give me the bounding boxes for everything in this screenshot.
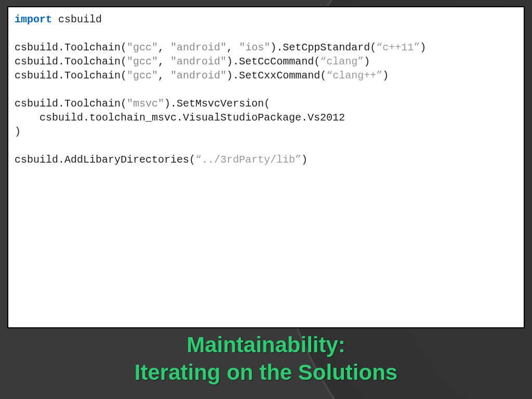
string-literal: “clang”	[320, 56, 364, 68]
code-text: csbuild	[52, 14, 102, 25]
string-literal: "ios"	[239, 42, 270, 54]
code-text: ).SetCxxCommand(	[227, 70, 326, 82]
title-line-1: Maintainability:	[0, 331, 532, 359]
code-text: ).SetCcCommand(	[227, 56, 320, 68]
code-text: csbuild.Toolchain(	[15, 98, 127, 110]
code-text: ,	[227, 42, 239, 54]
code-text: csbuild.Toolchain(	[15, 56, 127, 68]
code-panel: import csbuild csbuild.Toolchain("gcc", …	[7, 6, 525, 328]
code-text: )	[420, 42, 426, 54]
code-content: import csbuild csbuild.Toolchain("gcc", …	[15, 12, 517, 167]
string-literal: "gcc"	[127, 42, 158, 54]
code-text: ,	[158, 70, 170, 82]
code-text: )	[382, 70, 389, 82]
string-literal: "android"	[170, 70, 227, 82]
string-literal: “clang++”	[326, 70, 382, 82]
code-text: csbuild.AddLibaryDirectories(	[15, 154, 195, 166]
string-literal: "gcc"	[127, 70, 158, 82]
code-text: csbuild.Toolchain(	[15, 42, 127, 54]
code-text: csbuild.Toolchain(	[15, 70, 127, 82]
string-literal: "msvc"	[127, 98, 164, 110]
code-text: )	[301, 154, 308, 166]
string-literal: "android"	[170, 42, 227, 54]
code-text: )	[364, 56, 370, 68]
keyword-import: import	[15, 14, 52, 25]
string-literal: "gcc"	[127, 56, 158, 68]
code-text: ,	[158, 56, 170, 68]
title-line-2: Iterating on the Solutions	[0, 359, 532, 387]
string-literal: “../3rdParty/lib”	[195, 154, 301, 166]
code-text: ).SetCppStandard(	[270, 42, 376, 54]
code-text: ,	[158, 42, 170, 54]
code-text: )	[15, 126, 21, 138]
code-text: csbuild.toolchain_msvc.VisualStudioPacka…	[15, 112, 345, 124]
slide-title: Maintainability: Iterating on the Soluti…	[0, 331, 532, 386]
code-text: ).SetMsvcVersion(	[164, 98, 270, 110]
string-literal: “c++11”	[376, 42, 420, 54]
string-literal: "android"	[170, 56, 227, 68]
